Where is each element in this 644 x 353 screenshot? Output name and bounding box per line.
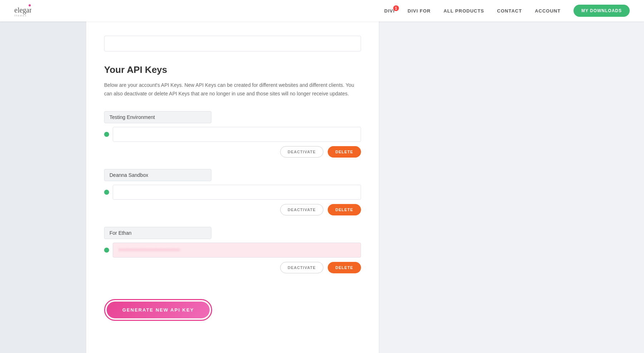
deactivate-button-1[interactable]: DEACTIVATE — [280, 146, 323, 158]
svg-text:elegant: elegant — [14, 6, 31, 14]
api-key-row-1 — [104, 127, 361, 142]
api-key-entry-3: DEACTIVATE DELETE — [104, 227, 361, 273]
api-key-actions-3: DEACTIVATE DELETE — [104, 262, 361, 273]
nav-item-all-products[interactable]: ALL PRODUCTS — [444, 8, 484, 14]
nav-link-divi[interactable]: DIVI 1 — [384, 8, 395, 14]
nav-item-account[interactable]: ACCOUNT — [535, 8, 561, 14]
api-key-actions-2: DEACTIVATE DELETE — [104, 204, 361, 215]
api-key-field-2[interactable] — [113, 185, 361, 200]
divi-badge-wrap: DIVI 1 — [384, 8, 395, 14]
svg-text:themes: themes — [14, 14, 27, 17]
page-wrapper: Your API Keys Below are your account's A… — [0, 21, 644, 353]
generate-api-key-button[interactable]: GENERATE NEW API KEY — [107, 302, 210, 318]
section-description: Below are your account's API Keys. New A… — [104, 81, 355, 98]
my-downloads-button[interactable]: MY DOWNLOADS — [574, 5, 630, 17]
delete-button-2[interactable]: DELETE — [328, 204, 361, 215]
delete-button-3[interactable]: DELETE — [328, 262, 361, 273]
generate-wrap: GENERATE NEW API KEY — [104, 299, 212, 321]
right-panel — [379, 21, 644, 353]
status-dot-1 — [104, 132, 109, 137]
status-dot-3 — [104, 248, 109, 253]
nav-links: DIVI 1 DIVI FOR ALL PRODUCTS CONTACT ACC… — [384, 8, 561, 14]
api-key-actions-1: DEACTIVATE DELETE — [104, 146, 361, 158]
api-key-field-3[interactable] — [113, 243, 361, 258]
nav-item-divi-for[interactable]: DIVI FOR — [408, 8, 430, 14]
api-key-field-1[interactable] — [113, 127, 361, 142]
api-key-entry-1: DEACTIVATE DELETE — [104, 111, 361, 158]
api-key-name-1[interactable] — [104, 111, 211, 123]
sidebar — [0, 21, 86, 353]
logo: elegant themes — [14, 3, 34, 19]
top-search-bar — [104, 36, 361, 51]
nav-item-contact[interactable]: CONTACT — [497, 8, 522, 14]
logo-icon: elegant themes — [14, 3, 31, 19]
deactivate-button-3[interactable]: DEACTIVATE — [280, 262, 323, 273]
api-key-name-2[interactable] — [104, 169, 211, 181]
page-title: Your API Keys — [104, 64, 361, 75]
divi-notification-badge: 1 — [393, 5, 399, 11]
deactivate-button-2[interactable]: DEACTIVATE — [280, 204, 323, 215]
main-content: Your API Keys Below are your account's A… — [86, 21, 379, 353]
delete-button-1[interactable]: DELETE — [328, 146, 361, 158]
nav-link-all-products[interactable]: ALL PRODUCTS — [444, 8, 484, 14]
nav-link-divi-for[interactable]: DIVI FOR — [408, 8, 430, 14]
navbar: elegant themes DIVI 1 DIVI FOR ALL PRODU… — [0, 0, 644, 21]
nav-link-account[interactable]: ACCOUNT — [535, 8, 561, 14]
nav-item-divi[interactable]: DIVI 1 — [384, 8, 395, 14]
api-key-name-3[interactable] — [104, 227, 211, 239]
api-key-entry-2: DEACTIVATE DELETE — [104, 169, 361, 215]
nav-link-contact[interactable]: CONTACT — [497, 8, 522, 14]
api-key-row-3 — [104, 243, 361, 258]
status-dot-2 — [104, 190, 109, 195]
api-key-row-2 — [104, 185, 361, 200]
